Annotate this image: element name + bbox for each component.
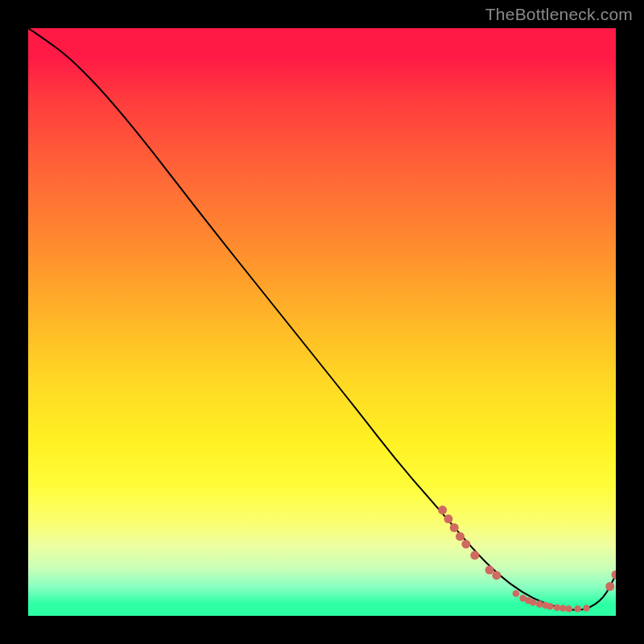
data-marker [444, 514, 452, 523]
data-marker [513, 590, 520, 597]
marker-group [438, 506, 616, 612]
data-marker [450, 523, 459, 532]
plot-area [28, 28, 616, 616]
data-marker [530, 599, 537, 606]
data-marker [559, 605, 567, 612]
chart-svg [28, 28, 616, 616]
data-marker [461, 539, 470, 548]
data-marker [554, 604, 561, 611]
data-marker [574, 605, 581, 613]
bottleneck-curve [28, 28, 616, 610]
data-marker [438, 506, 447, 514]
data-marker [456, 532, 464, 541]
data-marker [605, 582, 614, 591]
data-marker [547, 603, 554, 610]
data-marker [612, 570, 617, 579]
data-marker [583, 605, 590, 612]
data-marker [536, 601, 543, 608]
data-marker [492, 571, 501, 580]
chart-stage: TheBottleneck.com [0, 0, 644, 644]
watermark-text: TheBottleneck.com [485, 5, 633, 24]
data-marker [470, 551, 479, 559]
data-marker [485, 566, 494, 575]
data-marker [565, 605, 572, 613]
